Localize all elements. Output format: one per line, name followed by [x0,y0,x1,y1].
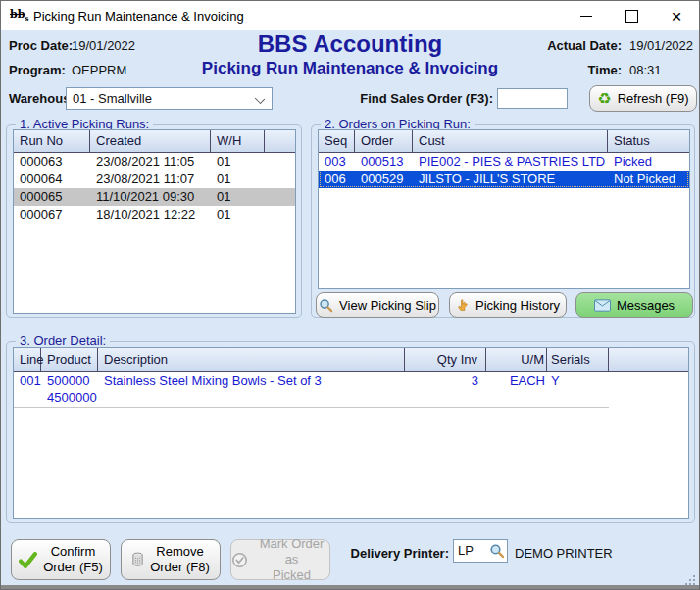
cell-blank [265,153,295,171]
confirm-order-button[interactable]: ConfirmOrder (F5) [11,539,111,580]
column-header-created[interactable]: Created [90,130,211,152]
close-icon: × [671,7,681,25]
cell-blank [265,206,295,223]
table-row[interactable]: 00006511/10/2021 09:3001 [14,188,295,206]
cell-um: EACH [486,372,547,408]
active-picking-runs-group: 1. Active Picking Runs: Run No Created W… [6,124,302,318]
column-header-line[interactable]: Line [14,348,41,371]
table-row[interactable]: 00006323/08/2021 11:0501 [14,153,295,171]
product-line: 500000 [47,372,98,389]
find-sales-order-input[interactable] [497,88,568,109]
maximize-button[interactable] [615,1,648,30]
confirm-order-label-line1: Confirm [51,544,96,559]
column-header-description[interactable]: Description [98,348,405,371]
cell-created: 23/08/2021 11:07 [90,171,211,188]
cell-filler [609,372,688,408]
product-line: 4500000 [47,389,98,406]
column-header-blank [265,130,295,152]
column-header-um[interactable]: U/M [486,348,547,371]
column-header-seq[interactable]: Seq [319,130,355,152]
messages-button[interactable]: Messages [575,292,693,318]
resize-grip[interactable] [684,574,697,587]
picking-history-button[interactable]: Picking History [449,292,567,318]
cell-wh: 01 [211,153,265,171]
cell-blank [265,188,295,206]
recycle-icon: ♻ [597,91,611,107]
picking-history-label: Picking History [475,298,560,313]
circle-check-icon [231,552,248,568]
page-title: BBS Accounting [258,30,442,58]
mark-picked-label-line2: Picked [273,567,311,582]
remove-order-button[interactable]: RemoveOrder (F8) [121,539,221,580]
orders-group: 2. Orders on Picking Run: Seq Order Cust… [311,124,695,318]
picking-runs-body: 00006323/08/2021 11:050100006423/08/2021… [14,153,295,223]
cell-run-no: 000064 [14,171,90,188]
cell-status: Not Picked [608,171,689,188]
minimize-button[interactable] [570,1,603,30]
time-value: 08:31 [629,63,662,77]
cell-product: 5000004500000 [41,372,98,408]
cell-order: 000513 [355,153,413,171]
column-header-cust[interactable]: Cust [413,130,608,152]
picking-runs-header: Run No Created W/H [14,130,295,153]
column-header-serials[interactable]: Serials [547,348,609,371]
column-header-wh[interactable]: W/H [211,130,265,152]
column-header-qty-inv[interactable]: Qty Inv [405,348,486,371]
orders-header: Seq Order Cust Status [319,130,689,153]
cell-run-no: 000065 [14,188,90,206]
close-button[interactable]: × [660,1,693,30]
cell-created: 18/10/2021 12:22 [90,206,211,223]
table-row[interactable]: 0015000004500000Stainless Steel Mixing B… [14,372,688,408]
column-header-status[interactable]: Status [608,130,689,152]
view-picking-slip-button[interactable]: View Picking Slip [316,292,439,318]
cell-wh: 01 [211,206,265,223]
remove-order-label-line2: Order (F8) [150,560,210,574]
cell-run-no: 000063 [14,153,90,171]
table-row[interactable]: 00006423/08/2021 11:0701 [14,171,295,188]
view-picking-slip-label: View Picking Slip [339,298,436,313]
messages-label: Messages [617,298,675,313]
column-header-product[interactable]: Product [41,348,98,371]
refresh-button-label: Refresh (F9) [618,91,689,106]
order-detail-header: Line Product Description Qty Inv U/M Ser… [14,348,688,372]
order-detail-title: 3. Order Detail: [16,333,110,348]
app-icon: bbs [10,7,27,25]
trash-bin-icon [131,552,144,567]
orders-body: 003000513PIE002 - PIES & PASTRIES LTDPic… [319,153,689,188]
magnifier-icon[interactable] [489,543,505,559]
mark-order-as-picked-button[interactable]: Mark Order asPicked [230,539,330,580]
time-label: Time: [514,63,622,77]
maximize-icon [625,10,638,23]
delivery-printer-name: DEMO PRINTER [515,546,613,561]
cell-status: Picked [608,153,689,171]
warehouse-select[interactable]: 01 - Smallville [66,87,273,110]
program-value: OEPPRM [72,63,126,77]
remove-order-label-line1: Remove [156,544,203,559]
find-sales-order-label: Find Sales Order (F3): [354,91,493,106]
proc-date-value: 19/01/2022 [72,38,135,53]
order-detail-body: 0015000004500000Stainless Steel Mixing B… [14,372,688,408]
chevron-down-icon [255,94,265,104]
program-label: Program: [9,63,66,77]
envelope-icon [594,299,611,312]
table-row[interactable]: 003000513PIE002 - PIES & PASTRIES LTDPic… [319,153,689,171]
table-row[interactable]: 006000529JILSTO - JILL'S STORENot Picked [319,171,689,188]
cell-description: Stainless Steel Mixing Bowls - Set of 3 [98,372,405,408]
warehouse-selected-value: 01 - Smallville [73,91,152,106]
minimize-icon [580,16,592,17]
title-bar[interactable]: bbs Picking Run Maintenance & Invoicing … [1,1,699,30]
magnifier-icon [319,298,333,313]
table-row[interactable]: 00006718/10/2021 12:2201 [14,206,295,223]
refresh-button[interactable]: ♻ Refresh (F9) [589,85,697,112]
cell-created: 23/08/2021 11:05 [90,153,211,171]
column-header-order[interactable]: Order [355,130,413,152]
cell-line: 001 [14,372,41,408]
order-detail-group: 3. Order Detail: Line Product Descriptio… [6,341,695,523]
column-header-run-no[interactable]: Run No [14,130,90,152]
cell-qty-inv: 3 [405,372,486,408]
app-window: bbs Picking Run Maintenance & Invoicing … [0,0,700,590]
actual-date-label: Actual Date: [514,38,622,53]
delivery-printer-input[interactable]: LP [453,539,508,563]
proc-date-label: Proc Date: [9,38,73,53]
actual-date-value: 19/01/2022 [629,38,693,53]
